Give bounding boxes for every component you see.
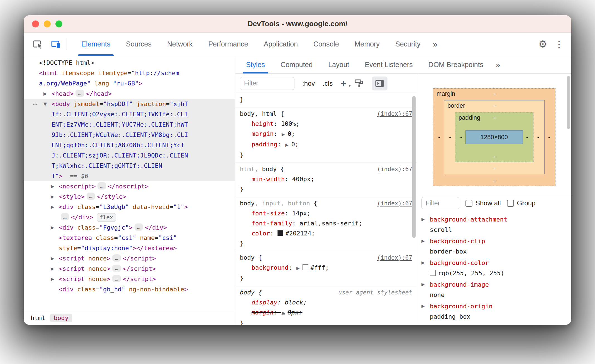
tab-layout[interactable]: Layout [320,56,357,73]
collapsed-arrow-icon[interactable]: ▶ [51,181,54,191]
margin-bottom-value[interactable]: - [493,177,495,184]
tab-sources[interactable]: Sources [118,33,159,56]
css-property[interactable]: margin: ▶8px; [240,308,412,318]
tree-row[interactable]: If:.CLIENT;O2vyse:.CLIENT;IVKTfe:.CLI [24,109,235,119]
tab-application[interactable]: Application [256,33,306,56]
expand-property-arrow-icon[interactable]: ▶ [421,214,425,225]
collapsed-arrow-icon[interactable]: ▶ [43,88,47,99]
settings-gear-icon[interactable]: ⚙ [535,33,551,56]
more-panels-button[interactable]: » [428,33,442,56]
tree-row[interactable]: ▶<script nonce>…</script> [24,264,235,274]
ellipsis-expand-button[interactable]: … [75,90,84,97]
style-rule[interactable]: body {user agent stylesheetdisplay: bloc… [235,286,417,325]
style-rule[interactable]: body, html {(index):67height: 100%;margi… [235,107,417,163]
padding-left-value[interactable]: - [460,134,462,141]
tree-row[interactable]: T;kWlxhc:.CLIENT;qGMTIf:.CLIEN [24,161,235,171]
collapsed-arrow-icon[interactable]: ▶ [51,202,54,212]
css-property[interactable]: min-width: 400px; [240,174,412,184]
padding-bottom-value[interactable]: - [493,153,495,160]
css-property[interactable]: color: #202124; [240,228,412,238]
collapsed-arrow-icon[interactable]: ▶ [51,222,54,233]
stylesheet-source-link[interactable]: (index):67 [377,109,412,119]
expanded-arrow-icon[interactable]: ▼ [43,99,47,109]
style-rule[interactable]: body {(index):67background: ▶#fff;} [235,251,417,286]
tree-row[interactable]: <textarea class="csi" name="csi" [24,233,235,243]
checkbox-icon[interactable] [507,200,514,207]
margin-left-value[interactable]: - [438,134,440,141]
box-model-content[interactable]: 1280×800 [465,130,523,144]
tree-row[interactable]: ENT;qqf0n:.CLIENT;A8708b:.CLIENT;Ycf [24,140,235,150]
css-property[interactable]: display: block; [240,297,412,308]
border-right-value[interactable]: - [537,134,539,141]
tab-elements[interactable]: Elements [74,33,118,56]
css-property[interactable]: height: 100%; [240,119,412,129]
computed-property[interactable]: ▶background-attachmentscroll [417,214,571,236]
tree-row[interactable]: ▶<style>…</style> [24,191,235,202]
tab-event-listeners[interactable]: Event Listeners [357,56,421,73]
tree-row[interactable]: ▶<div class="Fgvgjc">…</div> [24,222,235,233]
tree-row[interactable]: 9Jb:.CLIENT;WCulWe:.CLIENT;VM8bg:.CLI [24,130,235,140]
computed-property[interactable]: ▶background-imagenone [417,279,571,301]
tree-row[interactable]: a.org/WebPage" lang="ru-GB"> [24,78,235,88]
tree-row[interactable]: style="display:none"></textarea> [24,243,235,253]
box-model-padding[interactable]: padding - - - - 1280×800 [455,112,533,162]
element-classes-button[interactable]: .cls [323,80,333,87]
color-swatch[interactable] [277,230,283,236]
tree-row[interactable]: ▶<div class="L3eUgb" data-hveid="1"> [24,202,235,212]
breadcrumb-item-html[interactable]: html [27,314,49,322]
expand-property-arrow-icon[interactable]: ▶ [421,236,425,246]
paint-roller-icon[interactable] [354,78,364,88]
computed-sidebar-toggle-button[interactable] [372,77,387,90]
tab-console[interactable]: Console [306,33,347,56]
computed-scrollbar[interactable] [567,76,570,129]
tree-row[interactable]: J:.CLIENT;szjOR:.CLIENT;JL9QDc:.CLIEN [24,150,235,161]
styles-scrollbar[interactable] [412,96,416,238]
css-property[interactable]: margin: ▶0; [240,129,412,139]
flex-badge[interactable]: flex [97,213,116,222]
expand-property-arrow-icon[interactable]: ▶ [421,258,425,268]
fullscreen-window-button[interactable] [55,20,62,27]
collapsed-arrow-icon[interactable]: ▶ [51,191,54,202]
ellipsis-expand-button[interactable]: … [97,182,106,190]
tab-security[interactable]: Security [387,33,428,56]
tab-computed[interactable]: Computed [273,56,320,73]
checkbox-icon[interactable] [465,200,472,207]
tree-row[interactable]: …</div>flex [24,212,235,222]
css-property[interactable]: background: ▶#fff; [240,263,412,273]
border-top-value[interactable]: - [493,102,495,109]
tree-row[interactable]: ⋯▼<body jsmodel="hspDDf" jsaction="xjhT [24,99,235,109]
show-all-checkbox[interactable]: Show all [465,199,501,207]
border-left-value[interactable]: - [449,134,451,141]
box-model-margin[interactable]: margin - - - - border - - - [433,88,555,186]
minimize-window-button[interactable] [44,20,51,27]
padding-right-value[interactable]: - [526,134,528,141]
tab-memory[interactable]: Memory [347,33,387,56]
style-rule[interactable]: body, input, button {(index):67font-size… [235,197,417,251]
tree-row[interactable]: <html itemscope itemtype="http://schem [24,68,235,78]
collapsed-arrow-icon[interactable]: ▶ [51,253,54,264]
tree-row[interactable]: T"> == $0 [24,171,235,181]
style-rule[interactable]: html, body {(index):67min-width: 400px;} [235,163,417,197]
tree-row[interactable]: <div class="gb_hd" ng-non-bindable> [24,284,235,294]
ellipsis-expand-button[interactable]: … [112,254,121,262]
padding-top-value[interactable]: - [493,114,495,121]
close-window-button[interactable] [32,20,39,27]
tab-network[interactable]: Network [159,33,201,56]
ellipsis-expand-button[interactable]: … [112,265,121,272]
tree-row[interactable]: <!DOCTYPE html> [24,58,235,68]
computed-property[interactable]: ▶background-colorrgb(255, 255, 255) [417,258,571,279]
expand-property-arrow-icon[interactable]: ▶ [421,301,425,311]
ellipsis-expand-button[interactable]: … [87,193,95,200]
node-menu-dots-icon[interactable]: ⋯ [33,99,36,109]
breadcrumb-item-body[interactable]: body [50,314,72,322]
device-toolbar-button[interactable] [48,37,64,52]
css-property[interactable]: font-family: arial,sans-serif; [240,218,412,228]
box-model-border[interactable]: border - - - - padding - - [444,100,545,174]
collapsed-arrow-icon[interactable]: ▶ [51,264,54,274]
margin-right-value[interactable]: - [548,134,550,141]
ellipsis-expand-button[interactable]: … [112,275,121,282]
expand-property-arrow-icon[interactable]: ▶ [421,279,425,290]
computed-property[interactable]: ▶background-originpadding-box [417,301,571,323]
color-swatch[interactable] [430,270,436,276]
computed-filter-input[interactable] [421,197,459,209]
